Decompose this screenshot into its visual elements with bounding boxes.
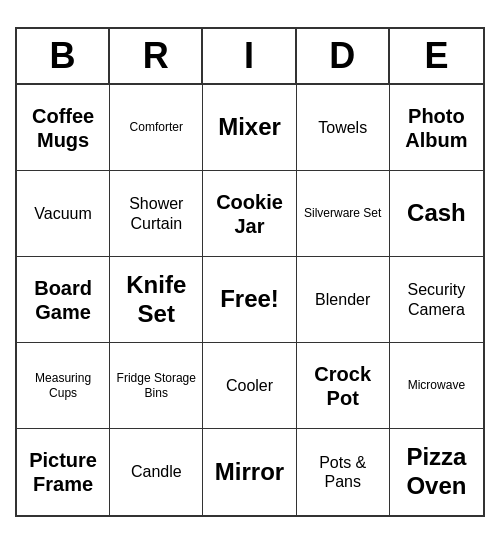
bingo-cell: Shower Curtain bbox=[110, 171, 203, 257]
cell-text: Shower Curtain bbox=[114, 194, 198, 232]
header-letter: E bbox=[390, 29, 483, 83]
bingo-cell: Blender bbox=[297, 257, 390, 343]
cell-text: Towels bbox=[318, 118, 367, 137]
bingo-cell: Silverware Set bbox=[297, 171, 390, 257]
cell-text: Comforter bbox=[130, 120, 183, 134]
bingo-cell: Cookie Jar bbox=[203, 171, 296, 257]
cell-text: Coffee Mugs bbox=[21, 104, 105, 152]
bingo-cell: Candle bbox=[110, 429, 203, 515]
bingo-cell: Knife Set bbox=[110, 257, 203, 343]
bingo-cell: Cash bbox=[390, 171, 483, 257]
bingo-cell: Crock Pot bbox=[297, 343, 390, 429]
cell-text: Vacuum bbox=[34, 204, 92, 223]
cell-text: Microwave bbox=[408, 378, 465, 392]
cell-text: Cooler bbox=[226, 376, 273, 395]
cell-text: Picture Frame bbox=[21, 448, 105, 496]
cell-text: Fridge Storage Bins bbox=[114, 371, 198, 400]
bingo-cell: Mirror bbox=[203, 429, 296, 515]
bingo-cell: Pizza Oven bbox=[390, 429, 483, 515]
cell-text: Measuring Cups bbox=[21, 371, 105, 400]
cell-text: Security Camera bbox=[394, 280, 479, 318]
cell-text: Pizza Oven bbox=[394, 443, 479, 501]
bingo-cell: Mixer bbox=[203, 85, 296, 171]
bingo-cell: Picture Frame bbox=[17, 429, 110, 515]
bingo-cell: Vacuum bbox=[17, 171, 110, 257]
cell-text: Candle bbox=[131, 462, 182, 481]
cell-text: Crock Pot bbox=[301, 362, 385, 410]
cell-text: Photo Album bbox=[394, 104, 479, 152]
bingo-cell: Measuring Cups bbox=[17, 343, 110, 429]
cell-text: Blender bbox=[315, 290, 370, 309]
bingo-cell: Board Game bbox=[17, 257, 110, 343]
cell-text: Cash bbox=[407, 199, 466, 228]
bingo-cell: Coffee Mugs bbox=[17, 85, 110, 171]
bingo-header: BRIDE bbox=[17, 29, 483, 85]
bingo-cell: Photo Album bbox=[390, 85, 483, 171]
cell-text: Pots & Pans bbox=[301, 453, 385, 491]
bingo-cell: Cooler bbox=[203, 343, 296, 429]
header-letter: D bbox=[297, 29, 390, 83]
cell-text: Board Game bbox=[21, 276, 105, 324]
bingo-cell: Microwave bbox=[390, 343, 483, 429]
header-letter: R bbox=[110, 29, 203, 83]
bingo-cell: Fridge Storage Bins bbox=[110, 343, 203, 429]
bingo-card: BRIDE Coffee MugsComforterMixerTowelsPho… bbox=[15, 27, 485, 517]
bingo-cell: Towels bbox=[297, 85, 390, 171]
bingo-cell: Free! bbox=[203, 257, 296, 343]
header-letter: I bbox=[203, 29, 296, 83]
cell-text: Knife Set bbox=[114, 271, 198, 329]
cell-text: Free! bbox=[220, 285, 279, 314]
cell-text: Cookie Jar bbox=[207, 190, 291, 238]
header-letter: B bbox=[17, 29, 110, 83]
bingo-cell: Pots & Pans bbox=[297, 429, 390, 515]
cell-text: Mixer bbox=[218, 113, 281, 142]
bingo-grid: Coffee MugsComforterMixerTowelsPhoto Alb… bbox=[17, 85, 483, 515]
bingo-cell: Security Camera bbox=[390, 257, 483, 343]
cell-text: Mirror bbox=[215, 458, 284, 487]
cell-text: Silverware Set bbox=[304, 206, 381, 220]
bingo-cell: Comforter bbox=[110, 85, 203, 171]
